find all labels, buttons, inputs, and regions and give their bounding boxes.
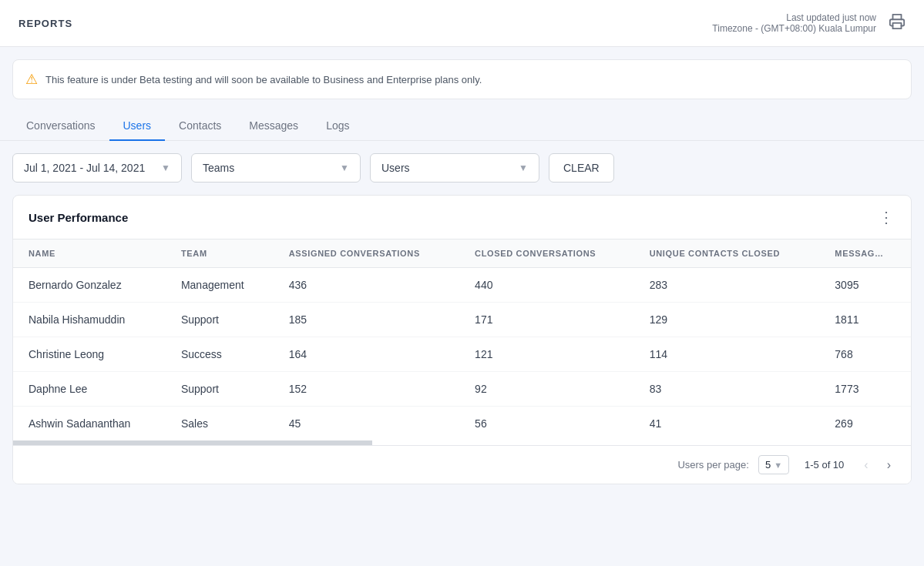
header-right: Last updated just now Timezone - (GMT+08… — [712, 12, 906, 34]
cell-team: Management — [166, 268, 274, 303]
date-filter[interactable]: Jul 1, 2021 - Jul 14, 2021 ▼ — [12, 153, 182, 183]
cell-assigned: 436 — [274, 268, 459, 303]
cell-name: Daphne Lee — [13, 372, 166, 407]
table-header-row: NAME TEAM ASSIGNED CONVERSATIONS CLOSED … — [13, 239, 911, 268]
user-performance-card: User Performance ⋮ NAME TEAM ASSIGNED CO… — [12, 195, 912, 484]
tab-logs[interactable]: Logs — [312, 112, 363, 141]
user-performance-table: NAME TEAM ASSIGNED CONVERSATIONS CLOSED … — [13, 239, 911, 440]
print-icon[interactable] — [889, 13, 906, 34]
more-options-icon[interactable]: ⋮ — [879, 208, 895, 226]
cell-team: Success — [166, 337, 274, 372]
cell-team: Sales — [166, 407, 274, 441]
page-size-value: 5 — [765, 459, 771, 471]
clear-button[interactable]: CLEAR — [549, 153, 614, 183]
tab-users[interactable]: Users — [109, 112, 166, 141]
col-assigned: ASSIGNED CONVERSATIONS — [274, 239, 459, 268]
teams-value: Teams — [203, 162, 234, 174]
header-meta: Last updated just now Timezone - (GMT+08… — [712, 12, 876, 34]
warning-icon: ⚠ — [25, 71, 38, 88]
cell-team: Support — [166, 372, 274, 407]
beta-banner: ⚠ This feature is under Beta testing and… — [12, 59, 912, 99]
cell-unique: 83 — [634, 372, 820, 407]
cell-name: Ashwin Sadananthan — [13, 407, 166, 441]
users-value: Users — [381, 162, 410, 174]
tabs-bar: Conversations Users Contacts Messages Lo… — [0, 112, 924, 141]
cell-name: Christine Leong — [13, 337, 166, 372]
cell-assigned: 185 — [274, 303, 459, 337]
cell-messages: 3095 — [819, 268, 911, 303]
cell-assigned: 164 — [274, 337, 459, 372]
chevron-down-icon: ▼ — [340, 162, 349, 173]
pagination-footer: Users per page: 5 ▼ 1-5 of 10 ‹ › — [13, 445, 911, 484]
next-page-button[interactable]: › — [882, 457, 895, 474]
cell-unique: 129 — [634, 303, 820, 337]
cell-closed: 121 — [459, 337, 634, 372]
cell-messages: 1773 — [819, 372, 911, 407]
cell-messages: 1811 — [819, 303, 911, 337]
page-title: REPORTS — [18, 18, 72, 29]
page-info: 1-5 of 10 — [805, 459, 844, 471]
table-row: Daphne Lee Support 152 92 83 1773 — [13, 372, 911, 407]
cell-assigned: 45 — [274, 407, 459, 441]
cell-unique: 283 — [634, 268, 820, 303]
per-page-label: Users per page: — [677, 459, 749, 471]
table-row: Christine Leong Success 164 121 114 768 — [13, 337, 911, 372]
col-messages: MESSAG… — [819, 239, 911, 268]
previous-page-button[interactable]: ‹ — [859, 457, 872, 474]
cell-closed: 171 — [459, 303, 634, 337]
users-filter[interactable]: Users ▼ — [370, 153, 539, 183]
table-row: Ashwin Sadananthan Sales 45 56 41 269 — [13, 407, 911, 441]
tab-conversations[interactable]: Conversations — [12, 112, 109, 141]
cell-unique: 41 — [634, 407, 820, 441]
cell-messages: 269 — [819, 407, 911, 441]
svg-rect-0 — [893, 22, 902, 28]
beta-message: This feature is under Beta testing and w… — [45, 74, 482, 85]
page-header: REPORTS Last updated just now Timezone -… — [0, 0, 924, 47]
chevron-down-icon: ▼ — [161, 162, 170, 173]
cell-closed: 56 — [459, 407, 634, 441]
cell-closed: 440 — [459, 268, 634, 303]
date-value: Jul 1, 2021 - Jul 14, 2021 — [24, 162, 145, 174]
last-updated: Last updated just now — [712, 12, 876, 23]
chevron-down-icon: ▼ — [774, 461, 782, 470]
col-closed: CLOSED CONVERSATIONS — [459, 239, 634, 268]
cell-team: Support — [166, 303, 274, 337]
col-team: TEAM — [166, 239, 274, 268]
cell-name: Bernardo Gonzalez — [13, 268, 166, 303]
filters-bar: Jul 1, 2021 - Jul 14, 2021 ▼ Teams ▼ Use… — [0, 141, 924, 195]
tab-messages[interactable]: Messages — [235, 112, 312, 141]
cell-assigned: 152 — [274, 372, 459, 407]
page-size-select[interactable]: 5 ▼ — [758, 455, 789, 474]
cell-messages: 768 — [819, 337, 911, 372]
teams-filter[interactable]: Teams ▼ — [191, 153, 361, 183]
tab-contacts[interactable]: Contacts — [165, 112, 235, 141]
cell-name: Nabila Hishamuddin — [13, 303, 166, 337]
chevron-down-icon: ▼ — [519, 162, 528, 173]
col-unique: UNIQUE CONTACTS CLOSED — [634, 239, 820, 268]
card-title: User Performance — [29, 211, 128, 224]
card-header: User Performance ⋮ — [13, 196, 911, 239]
table-row: Bernardo Gonzalez Management 436 440 283… — [13, 268, 911, 303]
col-name: NAME — [13, 239, 166, 268]
cell-unique: 114 — [634, 337, 820, 372]
cell-closed: 92 — [459, 372, 634, 407]
table-row: Nabila Hishamuddin Support 185 171 129 1… — [13, 303, 911, 337]
timezone: Timezone - (GMT+08:00) Kuala Lumpur — [712, 23, 876, 34]
